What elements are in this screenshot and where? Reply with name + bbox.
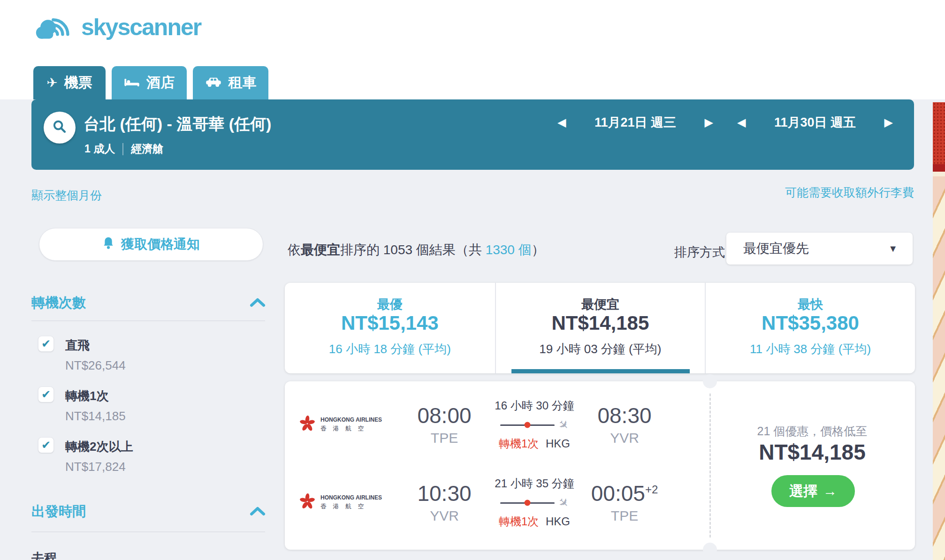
stop-option-direct: ✔ 直飛 xyxy=(38,336,90,354)
arrow-right-icon: → xyxy=(823,483,837,499)
check-icon: ✔ xyxy=(41,388,51,401)
airline-name-en: HONGKONG AIRLINES xyxy=(320,416,382,423)
transfer-airport-code: HKG xyxy=(546,437,570,450)
ad-banner[interactable] xyxy=(933,102,945,560)
tab-car-label: 租車 xyxy=(229,73,257,92)
chevron-down-icon: ▼ xyxy=(888,243,898,254)
depart-airport-code: YVR xyxy=(407,508,482,524)
stop-option-2plus: ✔ 轉機2次以上 xyxy=(38,437,133,455)
results-paren-open: （共 xyxy=(456,242,486,257)
results-paren-close: ） xyxy=(532,242,545,257)
one-stop-checkbox[interactable]: ✔ xyxy=(38,386,54,402)
search-icon xyxy=(53,120,67,136)
arrive-time: 00:05 xyxy=(591,481,645,506)
hongkong-airlines-logo-icon xyxy=(299,493,316,512)
return-date-label: 11月30日 週五 xyxy=(774,114,856,131)
return-prev-day-icon[interactable]: ◀ xyxy=(733,114,749,131)
results-middle: 排序的 1053 個結果 xyxy=(340,242,456,257)
tab-hotels[interactable]: 酒店 xyxy=(112,66,187,99)
depart-airport-code: TPE xyxy=(407,430,482,446)
route-line-graphic: ✈ xyxy=(483,496,586,510)
summary-tab-cheapest[interactable]: 最便宜 NT$14,185 19 小時 03 分鐘 (平均) xyxy=(495,283,705,373)
route-line-graphic: ✈ xyxy=(483,418,586,432)
arrive-block: 08:30 YVR xyxy=(587,403,662,446)
tab-hotels-label: 酒店 xyxy=(146,73,175,92)
one-stop-label: 轉機1次 xyxy=(65,386,108,404)
depart-time: 08:00 xyxy=(407,403,482,428)
outbound-date-label: 11月21日 週三 xyxy=(594,114,676,131)
skyscanner-cloud-icon xyxy=(33,11,76,43)
logo-text: skyscanner xyxy=(81,14,201,41)
sort-dropdown-value: 最便宜優先 xyxy=(743,240,809,257)
departure-time-section-header[interactable]: 出發時間 xyxy=(31,502,86,521)
summary-tab-fastest[interactable]: 最快 NT$35,380 11 小時 38 分鐘 (平均) xyxy=(705,283,915,373)
return-date-nav: ◀ 11月30日 週五 ▶ xyxy=(733,111,897,134)
cheapest-price: NT$14,185 xyxy=(496,312,705,334)
two-plus-stops-checkbox[interactable]: ✔ xyxy=(38,437,54,453)
car-icon xyxy=(205,75,222,91)
stops-section-header[interactable]: 轉機次數 xyxy=(31,294,86,312)
transfer-count: 轉機1次 xyxy=(499,437,539,450)
passenger-cabin-summary[interactable]: 1 成人 經濟艙 xyxy=(84,142,163,156)
results-total-count[interactable]: 1330 個 xyxy=(486,242,532,257)
departure-collapse-chevron-icon[interactable] xyxy=(250,506,266,518)
results-count-text: 依最便宜排序的 1053 個結果（共 1330 個） xyxy=(288,241,545,259)
baggage-fee-link[interactable]: 可能需要收取額外行李費 xyxy=(679,185,914,200)
sort-dropdown[interactable]: 最便宜優先 ▼ xyxy=(726,233,913,265)
ad-banner-gap xyxy=(933,172,945,176)
cheapest-duration: 19 小時 03 分鐘 (平均) xyxy=(496,341,705,357)
price-alert-button[interactable]: 獲取價格通知 xyxy=(39,228,263,261)
deal-price: NT$14,185 xyxy=(709,439,915,465)
plane-icon: ✈ xyxy=(555,416,572,433)
subline-divider xyxy=(122,143,123,155)
cheapest-label: 最便宜 xyxy=(496,296,705,313)
selected-tab-underline xyxy=(511,369,690,373)
return-leg: HONGKONG AIRLINES 香 港 航 空 10:30 YVR 21 小… xyxy=(285,474,709,530)
airline-block: HONGKONG AIRLINES 香 港 航 空 xyxy=(285,493,407,512)
direct-label: 直飛 xyxy=(65,336,90,354)
results-prefix: 依 xyxy=(288,242,301,257)
best-label: 最優 xyxy=(285,296,495,313)
arrive-block: 00:05+2 TPE xyxy=(587,481,662,524)
tab-flights[interactable]: ✈ 機票 xyxy=(33,66,106,99)
arrive-airport-code: TPE xyxy=(587,508,662,524)
direct-price: NT$26,544 xyxy=(65,358,126,373)
airline-name-cjk: 香 港 航 空 xyxy=(320,502,382,511)
select-button[interactable]: 選擇 → xyxy=(771,475,855,507)
arrive-day-offset: +2 xyxy=(645,483,658,496)
summary-tab-best[interactable]: 最優 NT$15,143 16 小時 18 分鐘 (平均) xyxy=(285,283,495,373)
stops-collapse-chevron-icon[interactable] xyxy=(250,297,266,310)
bell-icon xyxy=(102,236,114,253)
transfer-info: 轉機1次 HKG xyxy=(483,436,586,451)
search-button[interactable] xyxy=(44,112,76,144)
fastest-price: NT$35,380 xyxy=(706,312,915,334)
duration-block: 21 小時 35 分鐘 ✈ 轉機1次 HKG xyxy=(483,476,586,529)
plane-icon: ✈ xyxy=(555,494,572,511)
tab-flights-label: 機票 xyxy=(64,73,92,92)
arrive-airport-code: YVR xyxy=(587,430,662,446)
depart-block: 08:00 TPE xyxy=(407,403,482,446)
tab-car-rental[interactable]: 租車 xyxy=(193,66,268,99)
arrive-time: 08:30 xyxy=(597,403,651,428)
route-line xyxy=(500,502,555,504)
outbound-prev-day-icon[interactable]: ◀ xyxy=(554,114,570,131)
search-summary-band: 台北 (任何) - 溫哥華 (任何) 1 成人 經濟艙 ◀ 11月21日 週三 … xyxy=(31,99,914,170)
direct-checkbox[interactable]: ✔ xyxy=(38,336,54,352)
skyscanner-logo[interactable]: skyscanner xyxy=(33,11,201,43)
route-line xyxy=(500,424,555,426)
price-alert-label: 獲取價格通知 xyxy=(121,235,200,253)
duration-block: 16 小時 30 分鐘 ✈ 轉機1次 HKG xyxy=(483,398,586,451)
show-whole-month-link[interactable]: 顯示整個月份 xyxy=(31,188,102,203)
departure-divider xyxy=(31,531,265,532)
airline-block: HONGKONG AIRLINES 香 港 航 空 xyxy=(285,415,407,434)
transfer-count: 轉機1次 xyxy=(499,515,539,528)
airline-name-en: HONGKONG AIRLINES xyxy=(320,494,382,501)
depart-time: 10:30 xyxy=(407,481,482,506)
transfer-info: 轉機1次 HKG xyxy=(483,514,586,529)
check-icon: ✔ xyxy=(41,337,51,350)
return-next-day-icon[interactable]: ▶ xyxy=(881,114,897,131)
route-summary[interactable]: 台北 (任何) - 溫哥華 (任何) xyxy=(84,114,271,135)
two-plus-stops-price: NT$17,824 xyxy=(65,460,126,474)
stops-divider xyxy=(31,320,265,321)
outbound-next-day-icon[interactable]: ▶ xyxy=(701,114,717,131)
